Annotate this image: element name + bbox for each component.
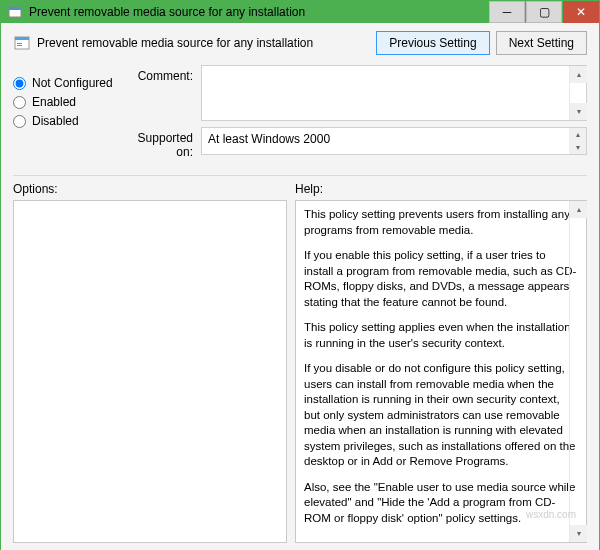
state-radios: Not Configured Enabled Disabled bbox=[13, 65, 123, 165]
header-row: Prevent removable media source for any i… bbox=[1, 23, 599, 61]
radio-disabled[interactable]: Disabled bbox=[13, 114, 123, 128]
radio-not-configured[interactable]: Not Configured bbox=[13, 76, 123, 90]
supported-field-wrap: At least Windows 2000 ▴ ▾ bbox=[201, 127, 587, 155]
divider bbox=[13, 175, 587, 176]
radio-not-configured-label: Not Configured bbox=[32, 76, 113, 90]
close-button[interactable]: ✕ bbox=[563, 1, 599, 23]
policy-dialog: Prevent removable media source for any i… bbox=[0, 0, 600, 550]
dialog-body: Prevent removable media source for any i… bbox=[1, 23, 599, 550]
supported-field: At least Windows 2000 bbox=[202, 128, 569, 154]
options-label: Options: bbox=[13, 182, 295, 196]
fields-column: Comment: ▴ ▾ Supported on: At least Wind… bbox=[123, 65, 587, 165]
radio-enabled[interactable]: Enabled bbox=[13, 95, 123, 109]
minimize-button[interactable]: ─ bbox=[489, 1, 525, 23]
scroll-up-icon[interactable]: ▴ bbox=[570, 66, 587, 83]
help-paragraph: This policy setting prevents users from … bbox=[304, 207, 578, 238]
svg-rect-3 bbox=[15, 37, 29, 40]
titlebar[interactable]: Prevent removable media source for any i… bbox=[1, 1, 599, 23]
comment-field[interactable] bbox=[202, 66, 569, 120]
panels-header: Options: Help: bbox=[1, 182, 599, 200]
radio-enabled-input[interactable] bbox=[13, 96, 26, 109]
app-icon bbox=[7, 4, 23, 20]
config-area: Not Configured Enabled Disabled Comment: bbox=[1, 61, 599, 173]
radio-enabled-label: Enabled bbox=[32, 95, 76, 109]
radio-disabled-input[interactable] bbox=[13, 115, 26, 128]
help-content: This policy setting prevents users from … bbox=[296, 201, 586, 542]
maximize-button[interactable]: ▢ bbox=[526, 1, 562, 23]
policy-icon bbox=[13, 34, 31, 52]
window-title: Prevent removable media source for any i… bbox=[29, 5, 488, 19]
svg-rect-4 bbox=[17, 43, 22, 44]
svg-rect-1 bbox=[9, 7, 21, 10]
scroll-up-icon[interactable]: ▴ bbox=[570, 201, 587, 218]
policy-title: Prevent removable media source for any i… bbox=[37, 36, 376, 50]
scroll-down-icon[interactable]: ▾ bbox=[569, 141, 586, 154]
radio-disabled-label: Disabled bbox=[32, 114, 79, 128]
help-paragraph: Also, see the "Enable user to use media … bbox=[304, 480, 578, 527]
scroll-down-icon[interactable]: ▾ bbox=[570, 525, 587, 542]
supported-label: Supported on: bbox=[123, 127, 201, 159]
help-panel: This policy setting prevents users from … bbox=[295, 200, 587, 543]
help-label: Help: bbox=[295, 182, 587, 196]
svg-rect-5 bbox=[17, 45, 22, 46]
radio-not-configured-input[interactable] bbox=[13, 77, 26, 90]
panels: This policy setting prevents users from … bbox=[1, 200, 599, 550]
scroll-up-icon[interactable]: ▴ bbox=[569, 128, 586, 141]
next-setting-button[interactable]: Next Setting bbox=[496, 31, 587, 55]
options-content bbox=[14, 201, 286, 542]
scroll-down-icon[interactable]: ▾ bbox=[570, 103, 587, 120]
previous-setting-button[interactable]: Previous Setting bbox=[376, 31, 489, 55]
help-paragraph: This policy setting applies even when th… bbox=[304, 320, 578, 351]
comment-field-wrap: ▴ ▾ bbox=[201, 65, 587, 121]
help-paragraph: If you disable or do not configure this … bbox=[304, 361, 578, 470]
comment-label: Comment: bbox=[123, 65, 201, 121]
help-paragraph: If you enable this policy setting, if a … bbox=[304, 248, 578, 310]
options-panel bbox=[13, 200, 287, 543]
